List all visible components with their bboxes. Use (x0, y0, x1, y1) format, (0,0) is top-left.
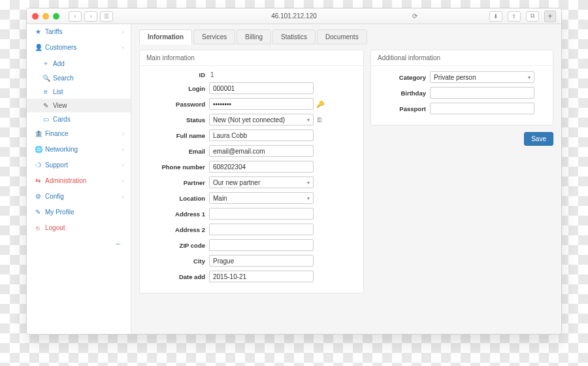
titlebar: ‹ › ☰ 46.101.212.120 ⟳ ⬇ ⇪ ⧉ + (27, 8, 561, 24)
card-icon: ▭ (42, 116, 49, 123)
sidebar-item-networking[interactable]: 🌐Networking ‹ (27, 142, 131, 158)
bank-icon: 🏦 (35, 130, 41, 137)
sidebar-item-tariffs[interactable]: ★Tariffs ‹ (27, 24, 131, 40)
label-status: Status (148, 116, 205, 124)
passport-input[interactable] (430, 103, 534, 114)
address2-input[interactable] (209, 224, 314, 235)
back-button[interactable]: ‹ (69, 11, 82, 22)
sidebar-item-customers[interactable]: 👤Customers ‹ (27, 40, 131, 56)
sidebar-item-finance[interactable]: 🏦Finance ‹ (27, 126, 131, 142)
city-input[interactable] (209, 255, 314, 267)
sidebar-item-administration[interactable]: ⇆Administration ‹ (27, 173, 131, 189)
sidebar-item-label: Networking (45, 146, 78, 153)
label-email: Email (148, 148, 205, 155)
phone-input[interactable] (209, 161, 314, 173)
label-city: City (148, 258, 205, 265)
location-value: Main (213, 195, 227, 202)
category-select[interactable]: Private person▾ (430, 71, 534, 83)
label-password: Password (148, 101, 205, 108)
label-location: Location (148, 195, 205, 202)
sidebar-item-config[interactable]: ⚙Config ‹ (27, 189, 131, 205)
sidebar-item-list[interactable]: ≡List (27, 85, 131, 99)
sidebar-item-logout[interactable]: ⎋Logout (27, 220, 131, 236)
search-icon: 🔍 (42, 75, 49, 82)
tab-documents[interactable]: Documents (317, 29, 367, 44)
birthday-input[interactable] (430, 87, 534, 99)
tab-billing[interactable]: Billing (237, 29, 271, 44)
sidebar-item-view[interactable]: ✎View (27, 99, 131, 112)
partner-select[interactable]: Our new partner▾ (209, 176, 314, 188)
sidebar-item-label: Add (53, 60, 65, 67)
sidebar-item-my-profile[interactable]: ✎My Profile (27, 205, 131, 220)
reload-icon[interactable]: ⟳ (412, 12, 417, 20)
tab-services[interactable]: Services (193, 29, 235, 44)
sidebar-item-label: My Profile (45, 208, 74, 216)
calendar-icon[interactable]: 🗓 (316, 116, 323, 124)
sidebar-item-cards[interactable]: ▭Cards (27, 112, 131, 126)
label-id: ID (148, 71, 205, 78)
panel-main-information: Main information ID1 Login Password🔑 Sta… (139, 50, 364, 293)
share-button[interactable]: ⇪ (508, 11, 521, 22)
sidebar-item-label: Cards (53, 116, 71, 123)
tab-statistics[interactable]: Statistics (272, 29, 316, 44)
password-input[interactable] (209, 98, 314, 110)
sidebar-item-add[interactable]: ＋Add (27, 56, 131, 71)
chevron-down-icon: ▾ (307, 195, 310, 201)
panel-title: Additional information (371, 50, 553, 66)
panel-additional-information: Additional information CategoryPrivate p… (370, 50, 553, 125)
status-value: New (Not yet connected) (213, 116, 285, 124)
chevron-down-icon: ▾ (528, 75, 531, 80)
tab-information[interactable]: Information (139, 29, 192, 44)
address1-input[interactable] (209, 208, 314, 220)
sidebar-toggle-button[interactable]: ☰ (100, 11, 113, 22)
label-date-add: Date add (148, 273, 205, 280)
status-select[interactable]: New (Not yet connected)▾ (209, 114, 314, 125)
sidebar-item-label: Administration (45, 177, 86, 184)
pencil-icon: ✎ (35, 208, 41, 216)
gear-icon: ⚙ (35, 193, 41, 200)
partner-value: Our new partner (213, 179, 260, 186)
label-phone: Phone number (148, 163, 205, 171)
panel-title: Main information (140, 50, 363, 66)
sidebar-item-support[interactable]: ❍Support ‹ (27, 158, 131, 173)
life-ring-icon: ❍ (35, 161, 41, 169)
value-id: 1 (209, 71, 214, 78)
label-address1: Address 1 (148, 210, 205, 218)
sidebar: ★Tariffs ‹ 👤Customers ‹ ＋Add 🔍Search ≡Li… (27, 24, 131, 334)
label-login: Login (148, 85, 205, 92)
minimize-window-button[interactable] (42, 13, 49, 20)
address-bar[interactable]: 46.101.212.120 (271, 12, 317, 20)
sidebar-collapse-button[interactable]: ← (27, 236, 131, 251)
main-content: Information Services Billing Statistics … (131, 24, 561, 334)
maximize-window-button[interactable] (53, 13, 59, 20)
window-controls (32, 13, 59, 20)
category-value: Private person (434, 74, 476, 81)
email-input[interactable] (209, 145, 314, 157)
forward-button[interactable]: › (84, 11, 97, 22)
sidebar-item-label: View (53, 102, 67, 109)
zip-input[interactable] (209, 239, 314, 251)
label-zip: ZIP code (148, 242, 205, 249)
save-button[interactable]: Save (524, 132, 553, 146)
location-select[interactable]: Main▾ (209, 192, 314, 204)
browser-window: ‹ › ☰ 46.101.212.120 ⟳ ⬇ ⇪ ⧉ + ★Tariffs … (26, 8, 562, 335)
label-address2: Address 2 (148, 226, 205, 233)
date-add-input[interactable] (209, 271, 314, 282)
close-window-button[interactable] (32, 13, 39, 20)
user-icon: 👤 (35, 44, 41, 51)
chevron-left-icon: ‹ (122, 178, 124, 184)
sidebar-item-label: Customers (45, 44, 76, 51)
downloads-button[interactable]: ⬇ (489, 11, 502, 22)
chevron-left-icon: ‹ (122, 131, 124, 137)
new-tab-button[interactable]: + (544, 10, 556, 22)
chevron-down-icon: ▾ (307, 180, 310, 186)
login-input[interactable] (209, 82, 314, 94)
tabs-button[interactable]: ⧉ (526, 11, 539, 22)
chevron-left-icon: ‹ (122, 44, 124, 51)
label-full-name: Full name (148, 132, 205, 139)
chevron-down-icon: ▾ (307, 117, 310, 123)
full-name-input[interactable] (209, 129, 314, 141)
sidebar-item-label: Tariffs (45, 28, 63, 35)
sidebar-item-search[interactable]: 🔍Search (27, 71, 131, 85)
key-icon[interactable]: 🔑 (316, 101, 324, 108)
